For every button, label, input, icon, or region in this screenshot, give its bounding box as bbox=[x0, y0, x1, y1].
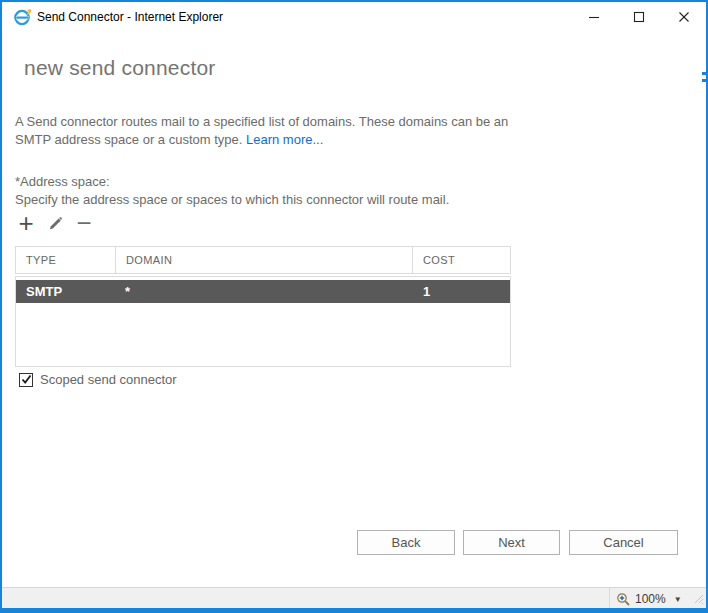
close-button[interactable] bbox=[661, 2, 706, 32]
plus-icon: + bbox=[18, 211, 33, 235]
scoped-send-connector-option[interactable]: Scoped send connector bbox=[19, 372, 177, 387]
title-bar: Send Connector - Internet Explorer bbox=[2, 2, 706, 32]
checkmark-icon bbox=[21, 374, 32, 385]
cancel-button[interactable]: Cancel bbox=[569, 530, 678, 555]
window-bottom-border bbox=[2, 608, 706, 613]
address-space-toolbar: + − bbox=[16, 208, 103, 238]
description-text: A Send connector routes mail to a specif… bbox=[15, 113, 517, 149]
magnifier-zoom-icon bbox=[616, 592, 631, 607]
minus-icon: − bbox=[76, 212, 91, 234]
zoom-dropdown-caret[interactable]: ▼ bbox=[674, 595, 682, 604]
resize-grip[interactable] bbox=[694, 590, 704, 608]
address-space-hint: Specify the address space or spaces to w… bbox=[15, 192, 449, 207]
zoom-button[interactable]: 100% bbox=[616, 592, 666, 607]
zoom-control: 100% ▼ bbox=[609, 588, 706, 610]
cell-type: SMTP bbox=[16, 284, 116, 299]
scoped-send-connector-checkbox[interactable] bbox=[19, 373, 33, 387]
back-button[interactable]: Back bbox=[357, 530, 455, 555]
internet-explorer-icon bbox=[13, 8, 31, 26]
close-icon bbox=[678, 11, 690, 23]
minimize-button[interactable] bbox=[571, 2, 616, 32]
edit-button[interactable] bbox=[45, 209, 65, 237]
page-title: new send connector bbox=[24, 56, 216, 80]
remove-button[interactable]: − bbox=[74, 209, 94, 237]
status-bar: 100% ▼ bbox=[2, 587, 706, 610]
add-button[interactable]: + bbox=[16, 209, 36, 237]
pencil-icon bbox=[47, 215, 64, 232]
cell-cost: 1 bbox=[413, 284, 510, 299]
maximize-icon bbox=[633, 11, 645, 23]
column-header-cost: COST bbox=[413, 247, 510, 273]
address-space-table-body: SMTP * 1 bbox=[15, 276, 511, 367]
browser-window: Send Connector - Internet Explorer new s… bbox=[0, 0, 708, 613]
address-space-label: *Address space: bbox=[15, 174, 110, 189]
address-space-table-header: TYPE DOMAIN COST bbox=[15, 246, 511, 274]
zoom-level-text: 100% bbox=[635, 592, 666, 606]
maximize-button[interactable] bbox=[616, 2, 661, 32]
window-title: Send Connector - Internet Explorer bbox=[37, 10, 223, 24]
scoped-send-connector-label: Scoped send connector bbox=[40, 372, 177, 387]
learn-more-link[interactable]: Learn more... bbox=[246, 132, 323, 147]
window-controls bbox=[571, 2, 706, 32]
scrollbar-thumb[interactable] bbox=[702, 72, 706, 82]
table-row[interactable]: SMTP * 1 bbox=[16, 280, 510, 303]
next-button[interactable]: Next bbox=[463, 530, 560, 555]
column-header-type: TYPE bbox=[16, 247, 116, 273]
minimize-icon bbox=[588, 11, 600, 23]
cell-domain: * bbox=[116, 284, 413, 299]
column-header-domain: DOMAIN bbox=[116, 247, 413, 273]
